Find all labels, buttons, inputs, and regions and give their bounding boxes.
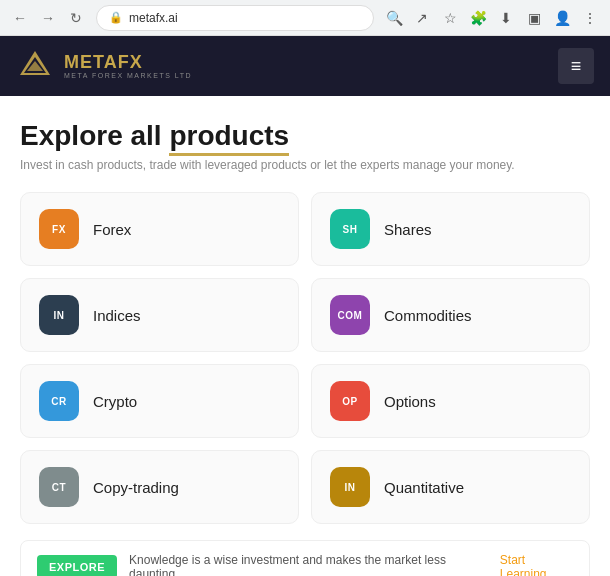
- nav-buttons: ← → ↻: [8, 6, 88, 30]
- share-action-btn[interactable]: ↗: [410, 6, 434, 30]
- url-text: metafx.ai: [129, 11, 178, 25]
- browser-chrome: ← → ↻ 🔒 metafx.ai 🔍 ↗ ☆ 🧩 ⬇ ▣ 👤 ⋮: [0, 0, 610, 36]
- product-name-options: Options: [384, 393, 436, 410]
- refresh-button[interactable]: ↻: [64, 6, 88, 30]
- product-name-quantitative: Quantitative: [384, 479, 464, 496]
- product-card-copy-trading[interactable]: CTCopy-trading: [20, 450, 299, 524]
- product-card-shares[interactable]: SHShares: [311, 192, 590, 266]
- product-badge-commodities: COM: [330, 295, 370, 335]
- product-name-commodities: Commodities: [384, 307, 472, 324]
- explore-button[interactable]: EXPLORE: [37, 555, 117, 576]
- logo-main-text: METAFX: [64, 53, 192, 73]
- bookmark-btn[interactable]: ☆: [438, 6, 462, 30]
- page-title-part2: products: [169, 120, 289, 156]
- product-card-options[interactable]: OPOptions: [311, 364, 590, 438]
- product-name-forex: Forex: [93, 221, 131, 238]
- logo-text: METAFX META FOREX MARKETS LTD: [64, 53, 192, 80]
- page-title: Explore all products: [20, 120, 590, 152]
- product-card-indices[interactable]: INIndices: [20, 278, 299, 352]
- search-action-btn[interactable]: 🔍: [382, 6, 406, 30]
- product-badge-indices: IN: [39, 295, 79, 335]
- forward-button[interactable]: →: [36, 6, 60, 30]
- logo-sub-text: META FOREX MARKETS LTD: [64, 72, 192, 79]
- back-button[interactable]: ←: [8, 6, 32, 30]
- product-name-shares: Shares: [384, 221, 432, 238]
- browser-actions: 🔍 ↗ ☆ 🧩 ⬇ ▣ 👤 ⋮: [382, 6, 602, 30]
- product-name-crypto: Crypto: [93, 393, 137, 410]
- main-content: Explore all products Invest in cash prod…: [0, 96, 610, 576]
- more-btn[interactable]: ⋮: [578, 6, 602, 30]
- product-name-indices: Indices: [93, 307, 141, 324]
- lock-icon: 🔒: [109, 11, 123, 24]
- product-card-crypto[interactable]: CRCrypto: [20, 364, 299, 438]
- product-badge-shares: SH: [330, 209, 370, 249]
- product-name-copy-trading: Copy-trading: [93, 479, 179, 496]
- product-card-quantitative[interactable]: INQuantitative: [311, 450, 590, 524]
- app-header: METAFX META FOREX MARKETS LTD ≡: [0, 36, 610, 96]
- hamburger-menu-button[interactable]: ≡: [558, 48, 594, 84]
- product-badge-options: OP: [330, 381, 370, 421]
- product-grid: FXForexSHSharesINIndicesCOMCommoditiesCR…: [20, 192, 590, 524]
- start-learning-link[interactable]: Start Learning: [500, 553, 573, 576]
- product-badge-forex: FX: [39, 209, 79, 249]
- product-badge-copy-trading: CT: [39, 467, 79, 507]
- product-card-commodities[interactable]: COMCommodities: [311, 278, 590, 352]
- bottom-banner: EXPLORE Knowledge is a wise investment a…: [20, 540, 590, 576]
- banner-text: Knowledge is a wise investment and makes…: [129, 553, 488, 576]
- product-card-forex[interactable]: FXForex: [20, 192, 299, 266]
- page-title-part1: Explore all: [20, 120, 169, 151]
- address-bar[interactable]: 🔒 metafx.ai: [96, 5, 374, 31]
- product-badge-quantitative: IN: [330, 467, 370, 507]
- download-btn[interactable]: ⬇: [494, 6, 518, 30]
- logo-area: METAFX META FOREX MARKETS LTD: [16, 47, 192, 85]
- page-subtitle: Invest in cash products, trade with leve…: [20, 158, 590, 172]
- extension-btn[interactable]: 🧩: [466, 6, 490, 30]
- product-badge-crypto: CR: [39, 381, 79, 421]
- profile-btn[interactable]: 👤: [550, 6, 574, 30]
- logo-icon: [16, 47, 54, 85]
- split-view-btn[interactable]: ▣: [522, 6, 546, 30]
